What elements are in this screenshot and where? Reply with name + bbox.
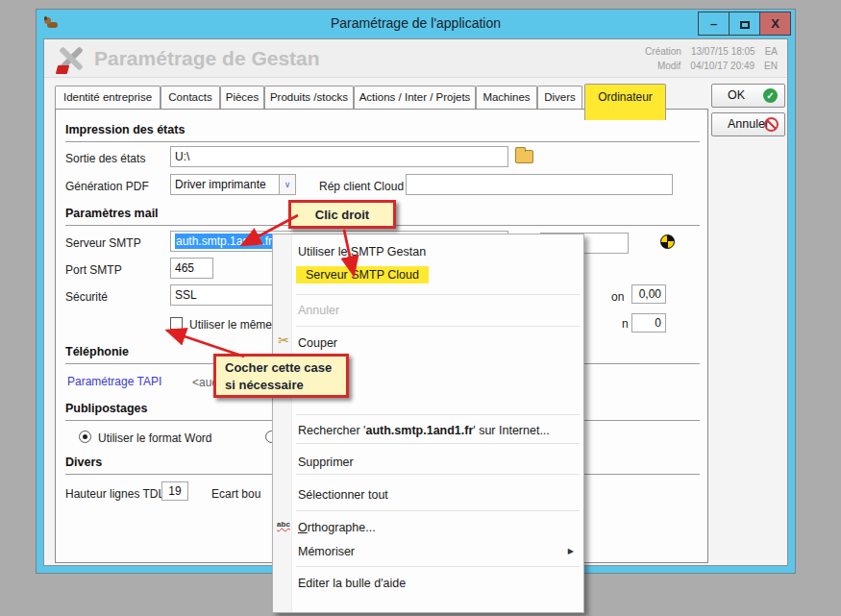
divider — [65, 141, 700, 142]
callout-line2: si nécessaire — [225, 377, 346, 394]
tab-ordinateur[interactable]: Ordinateur — [584, 84, 666, 120]
pdf-label: Génération PDF — [65, 180, 149, 193]
menu-item-memoriser[interactable]: Mémoriser — [298, 541, 355, 562]
same-server-checkbox[interactable] — [170, 317, 183, 330]
cropped-count-label: n — [622, 317, 629, 331]
section-divers: Divers — [65, 456, 102, 469]
maximize-icon — [740, 21, 750, 29]
tab-produits-stocks[interactable]: Produits /stocks — [264, 86, 354, 109]
menu-item-use-smtp-gestan[interactable]: Utiliser le SMTP Gestan — [298, 241, 426, 262]
security-select-value: SSL — [175, 288, 197, 302]
cancel-button[interactable]: Annuler — [711, 112, 785, 136]
globe-sphere-icon[interactable] — [660, 234, 675, 249]
menu-item-editer-bulle-aide[interactable]: Editer la bulle d'aide — [298, 573, 406, 594]
tab-divers[interactable]: Divers — [537, 86, 582, 109]
menu-item-serveur-smtp-cloud[interactable]: Serveur SMTP Cloud — [296, 266, 429, 283]
minimize-button[interactable]: – — [698, 12, 730, 36]
callout-cocher-case: Cocher cette case si nécessaire — [213, 354, 349, 398]
app-header: Paramétrage de Gestan Création 13/07/15 … — [44, 39, 787, 78]
search-prefix: Rechercher ' — [298, 424, 365, 437]
menu-item-selectionner-tout[interactable]: Sélectionner tout — [298, 484, 388, 505]
modif-label: Modif — [657, 59, 680, 73]
window-title: Paramétrage de l'application — [37, 15, 795, 31]
port-label: Port SMTP — [65, 263, 122, 277]
cancel-label: Annuler — [728, 117, 769, 131]
port-input[interactable] — [170, 258, 213, 279]
tab-contacts[interactable]: Contacts — [161, 86, 220, 109]
search-term: auth.smtp.1and1.fr — [365, 424, 473, 437]
callout-line1: Cocher cette case — [225, 359, 346, 377]
menu-icon-gutter — [273, 234, 292, 612]
menu-item-orthographe[interactable]: Orthographe... — [298, 517, 376, 538]
page-title: Paramétrage de Gestan — [94, 47, 320, 70]
menu-item-couper[interactable]: Couper — [298, 333, 337, 354]
pdf-select-value: Driver imprimante — [175, 178, 266, 191]
cloud-label: Rép client Cloud — [319, 180, 404, 193]
ecart-label: Ecart bou — [211, 487, 260, 501]
tdl-label: Hauteur lignes TDL — [65, 487, 164, 501]
section-impression: Impression des états — [65, 123, 185, 136]
title-bar[interactable]: Paramétrage de l'application – X — [37, 10, 795, 38]
tab-machines[interactable]: Machines — [476, 86, 537, 109]
sortie-input[interactable] — [170, 146, 508, 167]
maximize-button[interactable] — [729, 12, 760, 36]
pdf-select[interactable]: Driver imprimante ∨ — [170, 174, 296, 195]
cloud-input[interactable] — [406, 174, 673, 195]
desktop: Paramétrage de l'application – X Paramét… — [0, 0, 841, 616]
tapi-link[interactable]: Paramétrage TAPI — [67, 375, 161, 388]
security-label: Sécurité — [65, 290, 108, 304]
menu-item-annuler[interactable]: Annuler — [298, 300, 339, 321]
menu-separator — [296, 294, 580, 295]
count-input[interactable] — [631, 313, 666, 333]
section-mail: Paramètres mail — [65, 207, 159, 220]
spell-rest: rthographe... — [308, 521, 376, 534]
smtp-label: Serveur SMTP — [65, 236, 141, 250]
context-menu: Utiliser le SMTP Gestan Serveur SMTP Clo… — [272, 234, 584, 613]
tdl-input[interactable] — [161, 481, 188, 501]
close-button[interactable]: X — [759, 12, 791, 36]
submenu-arrow-icon: ▶ — [568, 541, 574, 562]
tab-pieces[interactable]: Pièces — [220, 86, 264, 109]
spellcheck-abc-icon: abc — [275, 520, 292, 529]
word-format-label: Utiliser le format Word — [98, 431, 211, 445]
tab-actions-inter-projets[interactable]: Actions / Inter / Projets — [354, 86, 476, 109]
folder-browse-icon[interactable] — [515, 150, 533, 163]
ok-check-icon: ✓ — [763, 88, 778, 103]
ok-label: OK — [728, 88, 745, 102]
record-meta: Création 13/07/15 18:05 EA Modif 04/10/1… — [645, 44, 778, 73]
creation-label: Création — [645, 44, 681, 59]
cancel-prohibition-icon — [764, 117, 779, 132]
section-publipostages: Publipostages — [65, 402, 147, 415]
menu-separator — [296, 443, 580, 444]
ok-button[interactable]: OK ✓ — [711, 84, 785, 108]
smtp-selected-text: auth.smtp.1and1.fr — [175, 234, 273, 249]
section-telephonie: Téléphonie — [65, 345, 129, 358]
tools-icon — [54, 42, 87, 75]
menu-separator — [296, 566, 580, 567]
word-format-radio[interactable] — [79, 431, 91, 443]
menu-separator — [296, 326, 580, 327]
scissors-icon: ✂ — [275, 333, 292, 348]
modif-value: 04/10/17 20:49 — [690, 59, 754, 73]
creation-value: 13/07/15 18:05 — [691, 44, 755, 59]
menu-separator — [296, 414, 580, 415]
spell-initial: O — [298, 521, 308, 534]
modif-initials: EN — [764, 59, 778, 73]
tab-identite-entreprise[interactable]: Identité entreprise — [55, 86, 161, 109]
chevron-down-icon[interactable]: ∨ — [279, 175, 295, 194]
menu-item-rechercher[interactable]: Rechercher 'auth.smtp.1and1.fr' sur Inte… — [298, 420, 550, 441]
amount-input[interactable] — [631, 284, 666, 304]
menu-separator — [296, 474, 580, 475]
menu-separator — [296, 510, 580, 511]
creation-initials: EA — [765, 44, 778, 59]
menu-item-supprimer[interactable]: Supprimer — [298, 452, 354, 473]
search-suffix: ' sur Internet... — [473, 424, 550, 437]
sortie-label: Sortie des états — [65, 152, 145, 165]
callout-clic-droit: Clic droit — [288, 200, 396, 229]
cropped-amount-label: on — [611, 290, 624, 304]
